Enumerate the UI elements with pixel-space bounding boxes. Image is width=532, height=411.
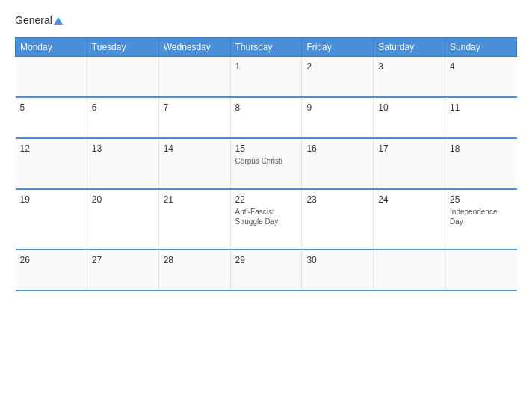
logo-triangle-icon	[54, 17, 63, 25]
day-cell: 6	[87, 97, 158, 138]
day-cell: 14	[158, 138, 230, 189]
day-number: 10	[378, 102, 440, 113]
logo: General	[15, 15, 63, 25]
day-cell	[158, 57, 230, 98]
day-number: 22	[235, 194, 297, 205]
day-number: 3	[378, 61, 440, 72]
day-cell: 20	[87, 189, 158, 250]
day-cell: 4	[445, 57, 517, 98]
day-cell: 1	[230, 57, 302, 98]
day-cell: 19	[16, 189, 87, 250]
weekday-header-wednesday: Wednesday	[158, 38, 230, 57]
day-number: 26	[20, 255, 82, 265]
day-cell: 25Independence Day	[445, 189, 517, 250]
day-number: 19	[20, 194, 82, 205]
day-number: 11	[450, 102, 512, 113]
calendar-table: MondayTuesdayWednesdayThursdayFridaySatu…	[15, 37, 517, 291]
day-cell	[16, 57, 87, 98]
day-cell: 27	[87, 250, 158, 291]
day-number: 12	[20, 143, 82, 154]
day-number: 17	[378, 143, 440, 154]
day-cell: 18	[445, 138, 517, 189]
week-row-5: 2627282930	[16, 250, 517, 291]
day-number: 28	[164, 255, 226, 265]
week-row-1: 1234	[16, 57, 517, 98]
day-number: 30	[306, 255, 368, 265]
day-cell: 21	[158, 189, 230, 250]
day-cell: 11	[445, 97, 517, 138]
day-number: 16	[306, 143, 368, 154]
day-number: 14	[164, 143, 226, 154]
day-cell: 8	[230, 97, 302, 138]
day-cell: 17	[374, 138, 445, 189]
day-cell: 16	[302, 138, 374, 189]
weekday-header-row: MondayTuesdayWednesdayThursdayFridaySatu…	[16, 38, 517, 57]
day-number: 2	[306, 61, 368, 72]
day-event: Corpus Christi	[235, 156, 297, 166]
day-number: 20	[92, 194, 154, 205]
day-cell: 10	[374, 97, 445, 138]
week-row-4: 19202122Anti-Fascist Struggle Day232425I…	[16, 189, 517, 250]
weekday-header-sunday: Sunday	[445, 38, 517, 57]
day-cell: 23	[302, 189, 374, 250]
day-number: 6	[92, 102, 154, 113]
day-cell: 26	[16, 250, 87, 291]
weekday-header-monday: Monday	[16, 38, 87, 57]
weekday-header-friday: Friday	[302, 38, 374, 57]
day-number: 18	[450, 143, 512, 154]
day-cell: 5	[16, 97, 87, 138]
day-cell: 7	[158, 97, 230, 138]
weekday-header-saturday: Saturday	[374, 38, 445, 57]
day-number: 23	[306, 194, 368, 205]
day-cell: 22Anti-Fascist Struggle Day	[230, 189, 302, 250]
day-number: 25	[450, 194, 512, 205]
day-cell: 30	[302, 250, 374, 291]
day-cell: 9	[302, 97, 374, 138]
day-cell	[374, 250, 445, 291]
day-cell: 3	[374, 57, 445, 98]
week-row-3: 12131415Corpus Christi161718	[16, 138, 517, 189]
day-number: 24	[378, 194, 440, 205]
day-number: 21	[164, 194, 226, 205]
day-cell: 28	[158, 250, 230, 291]
day-cell	[445, 250, 517, 291]
day-number: 29	[235, 255, 297, 265]
day-number: 1	[235, 61, 297, 72]
day-cell: 29	[230, 250, 302, 291]
weekday-header-thursday: Thursday	[230, 38, 302, 57]
day-number: 15	[235, 143, 297, 154]
day-event: Independence Day	[450, 207, 512, 226]
weekday-header-tuesday: Tuesday	[87, 38, 158, 57]
day-number: 8	[235, 102, 297, 113]
logo-general-text: General	[15, 15, 63, 25]
day-number: 7	[164, 102, 226, 113]
day-cell: 2	[302, 57, 374, 98]
day-event: Anti-Fascist Struggle Day	[235, 207, 297, 226]
day-cell: 15Corpus Christi	[230, 138, 302, 189]
day-number: 9	[306, 102, 368, 113]
day-cell: 13	[87, 138, 158, 189]
day-cell: 12	[16, 138, 87, 189]
day-cell: 24	[374, 189, 445, 250]
day-number: 27	[92, 255, 154, 265]
calendar-header: General	[15, 15, 517, 25]
day-cell	[87, 57, 158, 98]
week-row-2: 567891011	[16, 97, 517, 138]
day-number: 5	[20, 102, 82, 113]
day-number: 13	[92, 143, 154, 154]
calendar-container: General MondayTuesdayWednesdayThursdayFr…	[0, 0, 532, 411]
day-number: 4	[450, 61, 512, 72]
